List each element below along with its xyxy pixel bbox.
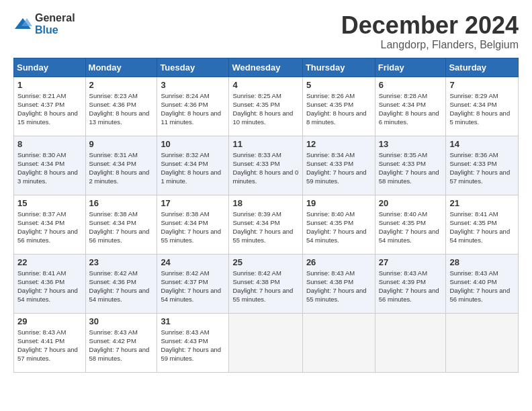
day-number: 10 (161, 139, 225, 149)
day-info: Sunrise: 8:43 AMSunset: 4:39 PMDaylight:… (379, 269, 443, 304)
day-info: Sunrise: 8:28 AMSunset: 4:34 PMDaylight:… (379, 91, 443, 127)
table-row: 25 Sunrise: 8:42 AMSunset: 4:38 PMDaylig… (229, 254, 302, 313)
day-info: Sunrise: 8:29 AMSunset: 4:34 PMDaylight:… (449, 91, 515, 127)
table-row: 10 Sunrise: 8:32 AMSunset: 4:34 PMDaylig… (157, 136, 229, 195)
day-info: Sunrise: 8:38 AMSunset: 4:34 PMDaylight:… (161, 210, 225, 245)
calendar-week-row: 8 Sunrise: 8:30 AMSunset: 4:34 PMDayligh… (14, 136, 519, 195)
day-info: Sunrise: 8:40 AMSunset: 4:35 PMDaylight:… (306, 210, 371, 245)
table-row: 16 Sunrise: 8:38 AMSunset: 4:34 PMDaylig… (85, 195, 157, 254)
day-info: Sunrise: 8:35 AMSunset: 4:33 PMDaylight:… (379, 150, 443, 186)
table-row: 12 Sunrise: 8:34 AMSunset: 4:33 PMDaylig… (302, 136, 375, 195)
table-row: 23 Sunrise: 8:42 AMSunset: 4:36 PMDaylig… (85, 254, 157, 313)
day-number: 22 (17, 257, 82, 267)
day-info: Sunrise: 8:43 AMSunset: 4:42 PMDaylight:… (89, 328, 154, 363)
day-number: 9 (89, 139, 154, 149)
day-number: 5 (306, 80, 371, 90)
day-number: 15 (17, 198, 82, 208)
table-row: 14 Sunrise: 8:36 AMSunset: 4:33 PMDaylig… (446, 136, 519, 195)
table-row: 13 Sunrise: 8:35 AMSunset: 4:33 PMDaylig… (375, 136, 446, 195)
day-info: Sunrise: 8:38 AMSunset: 4:34 PMDaylight:… (89, 210, 154, 245)
table-row: 17 Sunrise: 8:38 AMSunset: 4:34 PMDaylig… (157, 195, 229, 254)
day-number: 11 (232, 139, 298, 149)
day-number: 4 (232, 80, 298, 90)
day-number: 6 (379, 80, 443, 90)
day-number: 14 (449, 139, 515, 149)
logo-icon (13, 17, 32, 32)
table-row: 21 Sunrise: 8:41 AMSunset: 4:35 PMDaylig… (446, 195, 519, 254)
day-info: Sunrise: 8:42 AMSunset: 4:38 PMDaylight:… (232, 269, 298, 304)
table-row: 4 Sunrise: 8:25 AMSunset: 4:35 PMDayligh… (229, 77, 302, 136)
logo: General Blue (13, 12, 75, 36)
day-info: Sunrise: 8:41 AMSunset: 4:35 PMDaylight:… (449, 210, 515, 245)
day-number: 8 (17, 139, 82, 149)
table-row (446, 313, 519, 372)
day-info: Sunrise: 8:39 AMSunset: 4:34 PMDaylight:… (232, 210, 298, 245)
day-number: 1 (17, 80, 82, 90)
logo-general: General (35, 12, 75, 24)
table-row: 8 Sunrise: 8:30 AMSunset: 4:34 PMDayligh… (14, 136, 86, 195)
calendar-week-row: 22 Sunrise: 8:41 AMSunset: 4:36 PMDaylig… (14, 254, 519, 313)
col-wednesday: Wednesday (229, 58, 302, 77)
day-info: Sunrise: 8:43 AMSunset: 4:41 PMDaylight:… (17, 328, 82, 363)
calendar-table: Sunday Monday Tuesday Wednesday Thursday… (13, 58, 519, 373)
col-tuesday: Tuesday (157, 58, 229, 77)
table-row: 18 Sunrise: 8:39 AMSunset: 4:34 PMDaylig… (229, 195, 302, 254)
day-info: Sunrise: 8:26 AMSunset: 4:35 PMDaylight:… (306, 91, 371, 127)
day-number: 21 (449, 198, 515, 208)
calendar-week-row: 29 Sunrise: 8:43 AMSunset: 4:41 PMDaylig… (14, 313, 519, 372)
day-number: 25 (232, 257, 298, 267)
day-info: Sunrise: 8:24 AMSunset: 4:36 PMDaylight:… (161, 91, 225, 127)
table-row: 26 Sunrise: 8:43 AMSunset: 4:38 PMDaylig… (302, 254, 375, 313)
col-saturday: Saturday (446, 58, 519, 77)
day-number: 12 (306, 139, 371, 149)
day-number: 19 (306, 198, 371, 208)
day-number: 28 (449, 257, 515, 267)
day-info: Sunrise: 8:42 AMSunset: 4:37 PMDaylight:… (161, 269, 225, 304)
table-row: 6 Sunrise: 8:28 AMSunset: 4:34 PMDayligh… (375, 77, 446, 136)
day-info: Sunrise: 8:34 AMSunset: 4:33 PMDaylight:… (306, 150, 371, 186)
day-number: 30 (89, 316, 154, 326)
table-row: 9 Sunrise: 8:31 AMSunset: 4:34 PMDayligh… (85, 136, 157, 195)
day-number: 3 (161, 80, 225, 90)
day-info: Sunrise: 8:33 AMSunset: 4:33 PMDaylight:… (232, 150, 298, 186)
table-row: 30 Sunrise: 8:43 AMSunset: 4:42 PMDaylig… (85, 313, 157, 372)
header: General Blue December 2024 Langdorp, Fla… (13, 12, 519, 51)
table-row: 3 Sunrise: 8:24 AMSunset: 4:36 PMDayligh… (157, 77, 229, 136)
day-info: Sunrise: 8:43 AMSunset: 4:43 PMDaylight:… (161, 328, 225, 363)
day-number: 7 (449, 80, 515, 90)
table-row: 7 Sunrise: 8:29 AMSunset: 4:34 PMDayligh… (446, 77, 519, 136)
table-row: 20 Sunrise: 8:40 AMSunset: 4:35 PMDaylig… (375, 195, 446, 254)
col-thursday: Thursday (302, 58, 375, 77)
day-info: Sunrise: 8:41 AMSunset: 4:36 PMDaylight:… (17, 269, 82, 304)
table-row (229, 313, 302, 372)
table-row (302, 313, 375, 372)
table-row: 24 Sunrise: 8:42 AMSunset: 4:37 PMDaylig… (157, 254, 229, 313)
page: General Blue December 2024 Langdorp, Fla… (0, 0, 532, 411)
day-number: 16 (89, 198, 154, 208)
title-area: December 2024 Langdorp, Flanders, Belgiu… (341, 12, 519, 51)
logo-blue: Blue (35, 24, 58, 36)
table-row: 5 Sunrise: 8:26 AMSunset: 4:35 PMDayligh… (302, 77, 375, 136)
day-info: Sunrise: 8:42 AMSunset: 4:36 PMDaylight:… (89, 269, 154, 304)
day-info: Sunrise: 8:32 AMSunset: 4:34 PMDaylight:… (161, 150, 225, 186)
day-number: 26 (306, 257, 371, 267)
col-monday: Monday (85, 58, 157, 77)
table-row: 31 Sunrise: 8:43 AMSunset: 4:43 PMDaylig… (157, 313, 229, 372)
day-number: 31 (161, 316, 225, 326)
day-info: Sunrise: 8:36 AMSunset: 4:33 PMDaylight:… (449, 150, 515, 186)
day-info: Sunrise: 8:25 AMSunset: 4:35 PMDaylight:… (232, 91, 298, 127)
day-number: 17 (161, 198, 225, 208)
table-row: 2 Sunrise: 8:23 AMSunset: 4:36 PMDayligh… (85, 77, 157, 136)
day-info: Sunrise: 8:37 AMSunset: 4:34 PMDaylight:… (17, 210, 82, 245)
day-number: 27 (379, 257, 443, 267)
day-info: Sunrise: 8:43 AMSunset: 4:38 PMDaylight:… (306, 269, 371, 304)
table-row: 11 Sunrise: 8:33 AMSunset: 4:33 PMDaylig… (229, 136, 302, 195)
table-row: 19 Sunrise: 8:40 AMSunset: 4:35 PMDaylig… (302, 195, 375, 254)
day-info: Sunrise: 8:21 AMSunset: 4:37 PMDaylight:… (17, 91, 82, 127)
table-row: 1 Sunrise: 8:21 AMSunset: 4:37 PMDayligh… (14, 77, 86, 136)
day-info: Sunrise: 8:43 AMSunset: 4:40 PMDaylight:… (449, 269, 515, 304)
day-info: Sunrise: 8:40 AMSunset: 4:35 PMDaylight:… (379, 210, 443, 245)
day-number: 23 (89, 257, 154, 267)
col-friday: Friday (375, 58, 446, 77)
table-row (375, 313, 446, 372)
